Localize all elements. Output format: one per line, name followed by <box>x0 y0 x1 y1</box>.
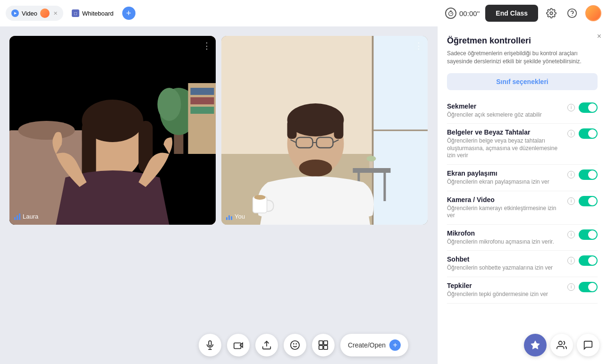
video-more-button-laura[interactable]: ⋮ <box>202 41 211 51</box>
video-tab-icon <box>11 9 19 17</box>
toggle-item-0: Sekmeler Öğrenciler açık sekmelere göz a… <box>447 98 598 124</box>
svg-rect-15 <box>191 88 214 95</box>
audio-bar <box>226 217 228 220</box>
toggle-desc-6: Öğrencilerin tepki göndermesine izin ver <box>447 291 562 298</box>
chat-button[interactable] <box>577 334 599 356</box>
tab-area: Video ✕ Whiteboard + <box>6 6 441 21</box>
toggle-controls-6: i <box>567 282 598 292</box>
laura-name-label: Laura <box>23 213 38 220</box>
share-button[interactable] <box>255 334 278 356</box>
audio-bars-you <box>226 213 232 220</box>
svg-rect-31 <box>353 168 391 173</box>
toggle-item-6: Tepkiler Öğrencilerin tepki göndermesine… <box>447 277 598 304</box>
add-tab-button[interactable]: + <box>122 7 135 20</box>
create-open-button[interactable]: Create/Open + <box>340 334 408 356</box>
toggle-item-5: Sohbet Öğrencilerin sohbette yazmalarına… <box>447 251 598 277</box>
toggle-desc-4: Öğrencilerin mikrofonu açmasına izin ver… <box>447 238 562 246</box>
toggle-controls-2: i <box>567 169 598 180</box>
toggle-desc-3: Öğrencilerin kamerayı etkinleştirmesine … <box>447 205 562 220</box>
toggle-title-6: Tepkiler <box>447 282 562 289</box>
toggle-switch-6[interactable] <box>579 282 598 292</box>
svg-rect-50 <box>209 341 211 346</box>
toggle-desc-2: Öğrencilerin ekran paylaşmasına izin ver <box>447 178 562 186</box>
svg-rect-17 <box>191 107 214 114</box>
tab-video-avatar <box>40 8 50 18</box>
mic-button[interactable] <box>199 334 221 356</box>
toggle-info-icon-3[interactable]: i <box>567 197 575 205</box>
svg-rect-53 <box>234 343 241 348</box>
toggle-info-6: Tepkiler Öğrencilerin tepki göndermesine… <box>447 282 562 298</box>
star-button[interactable] <box>524 334 547 356</box>
settings-button[interactable] <box>544 6 559 21</box>
help-button[interactable] <box>565 6 580 21</box>
main-content: ⋮ Laura <box>0 26 607 364</box>
toggle-item-1: Belgeler ve Beyaz Tahtalar Öğrencilerin … <box>447 124 598 165</box>
panel-close-button[interactable]: × <box>597 32 601 41</box>
panel-subtitle: Sadece öğretmenlerin erişebildiği bu kon… <box>447 50 598 66</box>
toggle-switch-3[interactable] <box>579 196 598 206</box>
svg-point-35 <box>367 156 376 161</box>
bottom-toolbar: Create/Open + <box>199 334 408 356</box>
toggle-item-2: Ekran paylaşımı Öğrencilerin ekran payla… <box>447 165 598 191</box>
timer-icon <box>445 8 456 19</box>
toggle-info-icon-1[interactable]: i <box>567 130 575 137</box>
toggle-info-icon-2[interactable]: i <box>567 171 575 178</box>
video-label-laura: Laura <box>14 213 38 220</box>
toggle-controls-1: i <box>567 128 598 139</box>
svg-rect-41 <box>334 120 344 139</box>
user-avatar[interactable] <box>585 5 601 21</box>
audio-bars-laura <box>14 213 20 220</box>
toggle-info-icon-0[interactable]: i <box>567 104 575 111</box>
toggle-info-2: Ekran paylaşımı Öğrencilerin ekran payla… <box>447 169 562 186</box>
toggle-switch-5[interactable] <box>579 255 598 266</box>
top-right-controls: 00:00'' End Class <box>445 5 601 22</box>
layout-button[interactable] <box>312 334 335 356</box>
top-bar: Video ✕ Whiteboard + 00:00'' End Class <box>0 0 607 26</box>
people-button[interactable] <box>550 334 573 356</box>
toggle-controls-5: i <box>567 255 598 266</box>
end-class-button[interactable]: End Class <box>485 5 538 22</box>
toggle-switch-2[interactable] <box>579 169 598 180</box>
toggle-title-0: Sekmeler <box>447 102 562 110</box>
tab-video-close[interactable]: ✕ <box>53 10 58 17</box>
video-more-button-you[interactable]: ⋮ <box>414 41 423 51</box>
svg-rect-60 <box>324 341 328 345</box>
tab-whiteboard-label: Whiteboard <box>82 10 113 17</box>
toggle-switch-4[interactable] <box>579 229 598 240</box>
svg-point-42 <box>299 160 332 177</box>
toggle-desc-1: Öğrencilerin belge veya beyaz tahtaları … <box>447 137 562 160</box>
svg-rect-33 <box>384 173 386 201</box>
you-name-label: You <box>235 213 245 220</box>
toggle-info-5: Sohbet Öğrencilerin sohbette yazmalarına… <box>447 255 562 272</box>
toggle-info-icon-4[interactable]: i <box>567 231 575 238</box>
video-placeholder-laura <box>9 36 216 225</box>
emoji-button[interactable] <box>284 334 306 356</box>
toggle-info-icon-6[interactable]: i <box>567 283 575 291</box>
camera-button[interactable] <box>227 334 250 356</box>
tab-video[interactable]: Video ✕ <box>6 6 63 21</box>
create-open-plus-icon: + <box>389 339 401 351</box>
video-tile-laura: ⋮ Laura <box>9 36 216 225</box>
toggle-switch-1[interactable] <box>579 128 598 139</box>
tab-whiteboard[interactable]: Whiteboard <box>66 7 119 20</box>
toggle-title-5: Sohbet <box>447 255 562 263</box>
timer-value: 00:00'' <box>459 9 480 17</box>
bottom-right-controls <box>524 334 599 356</box>
audio-bar <box>17 215 18 220</box>
audio-bar <box>19 213 20 220</box>
toggle-info-1: Belgeler ve Beyaz Tahtalar Öğrencilerin … <box>447 128 562 160</box>
toggle-info-3: Kamera / Video Öğrencilerin kamerayı etk… <box>447 196 562 220</box>
toggle-info-4: Mikrofon Öğrencilerin mikrofonu açmasına… <box>447 229 562 246</box>
audio-bar <box>231 216 232 220</box>
video-tile-you: ⋮ You <box>221 36 428 225</box>
toggle-switch-0[interactable] <box>579 102 598 113</box>
svg-point-49 <box>254 195 266 200</box>
svg-rect-16 <box>191 97 214 104</box>
audio-bar <box>228 215 230 220</box>
toggle-info-icon-5[interactable]: i <box>567 257 575 264</box>
svg-point-10 <box>18 121 75 140</box>
sinif-secenekleri-button[interactable]: Sınıf seçenekleri <box>447 73 598 90</box>
toggle-item-4: Mikrofon Öğrencilerin mikrofonu açmasına… <box>447 225 598 251</box>
panel-title: Öğretmen kontrolleri <box>447 36 598 46</box>
svg-marker-54 <box>240 343 243 347</box>
